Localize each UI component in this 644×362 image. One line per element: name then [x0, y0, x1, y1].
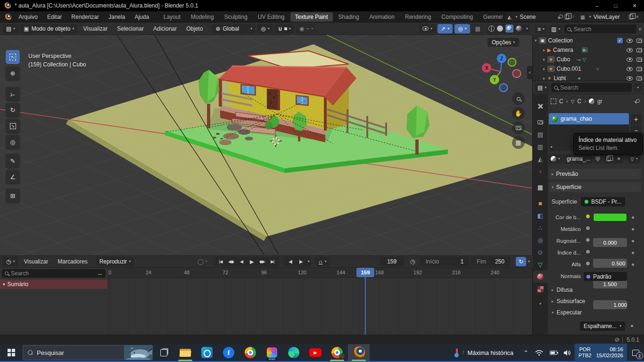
tool-add-cube[interactable]: ⊞	[6, 189, 20, 203]
animate-dot[interactable]	[632, 240, 634, 242]
playhead-frame-badge[interactable]: 159	[356, 268, 374, 277]
sidebar-collapse-handle[interactable]: <	[527, 66, 533, 79]
frame-start-field[interactable]: Início1	[420, 257, 469, 266]
playhead-line[interactable]	[365, 277, 366, 335]
tab-object[interactable]: ■	[533, 197, 548, 209]
tool-move[interactable]: ↔↕	[6, 87, 20, 101]
app-chrome-profile[interactable]	[326, 344, 348, 361]
shader-button[interactable]: BSDF - Pr...	[581, 197, 625, 206]
timeline-menu-marcadores[interactable]: Marcadores	[54, 257, 91, 266]
battery-icon[interactable]	[550, 351, 557, 355]
app-chrome[interactable]	[239, 344, 261, 361]
properties-options-button[interactable]: ▾	[634, 83, 642, 92]
roughness-slider[interactable]: 0.500	[593, 259, 627, 268]
pan-button[interactable]: ✋	[512, 107, 525, 120]
material-browse-button[interactable]: ▾	[549, 154, 562, 164]
hide-eye-icon[interactable]	[627, 39, 633, 43]
alpha-slider[interactable]: 1.000	[593, 300, 627, 309]
menu-editar[interactable]: Editar	[43, 12, 66, 22]
disclosure-icon[interactable]: ▸	[543, 48, 545, 52]
render-camera-icon[interactable]	[636, 67, 642, 71]
tab-physics[interactable]: ◎	[533, 234, 548, 246]
menu-renderizar[interactable]: Renderizar	[67, 12, 103, 22]
frame-end-field[interactable]: Fim250	[471, 257, 510, 266]
tool-annotate[interactable]: ✎	[6, 154, 20, 168]
timeline-search[interactable]: Search↔	[2, 269, 106, 278]
timeline-ruler[interactable]: 0 24 48 72 96 120 144 168 192 216 240	[107, 268, 533, 278]
camera-view-button[interactable]	[512, 122, 525, 134]
xray-toggle[interactable]: ▩	[472, 24, 484, 33]
tab-output[interactable]: ▤	[533, 128, 548, 140]
animate-dot[interactable]	[631, 325, 633, 327]
zoom-button[interactable]	[512, 92, 525, 105]
gizmos-toggle[interactable]: ↗▾	[438, 24, 453, 33]
next-keyframe-button[interactable]: ◆▶	[257, 257, 267, 266]
editor-type-button[interactable]: ▤▾	[3, 24, 18, 33]
tab-geometry-nodes[interactable]: Geomet	[479, 12, 503, 22]
outliner-row-cubo[interactable]: ▸ ▼ Cubo ↝ ▽	[533, 55, 644, 64]
app-youtube[interactable]: ▶	[305, 344, 326, 361]
menu-arquivo[interactable]: Arquivo	[14, 12, 42, 22]
menu-ajuda[interactable]: Ajuda	[130, 12, 153, 22]
properties-type-button[interactable]: ▤▾	[535, 83, 549, 92]
crumb-object[interactable]: C	[559, 98, 563, 105]
maximize-button[interactable]: □	[606, 0, 625, 11]
app-m365-copilot[interactable]: M365	[261, 344, 283, 361]
tab-texture-paint[interactable]: Texture Paint	[290, 12, 333, 22]
menu-visualizar[interactable]: Visualizar	[79, 25, 111, 33]
timeline-editor[interactable]: 0 24 48 72 96 120 144 168 192 216 240 Se…	[0, 268, 533, 335]
app-edge[interactable]	[283, 344, 305, 361]
menu-objeto[interactable]: Objeto	[182, 25, 206, 33]
outliner-row-collection[interactable]: ▾ ▣ Collection ✓	[533, 36, 644, 45]
crumb-material[interactable]: gr	[597, 98, 603, 105]
tabs-overflow[interactable]: ▾	[533, 298, 548, 310]
weather-text[interactable]: Máxima histórica	[467, 349, 513, 356]
espalhamento-dropdown[interactable]: Espalhame...▾	[580, 321, 625, 331]
jump-start-button[interactable]: |◀	[215, 257, 226, 266]
tab-layout[interactable]: Layout	[159, 12, 185, 22]
material-slot-selected[interactable]: grama_chao	[549, 113, 629, 124]
solid-shading-icon[interactable]	[497, 25, 503, 32]
animate-dot[interactable]	[632, 228, 634, 230]
unlink-material-button[interactable]: ×	[614, 154, 623, 164]
tool-transform[interactable]: ◎	[6, 135, 20, 149]
link-mode-button[interactable]: ▽▾	[628, 154, 640, 164]
tab-animation[interactable]: Animation	[365, 12, 399, 22]
render-camera-icon[interactable]	[636, 39, 642, 43]
mode-dropdown[interactable]: ▣Modo de objeto▾	[20, 24, 77, 33]
disclosure-icon[interactable]: ▾	[535, 38, 537, 43]
base-color-swatch[interactable]	[593, 213, 627, 222]
minimize-button[interactable]: –	[587, 0, 606, 11]
language-indicator[interactable]: POR PTB2	[578, 346, 592, 359]
outliner-row-cubo-001[interactable]: ▸ ▼ Cubo.001 ⑂	[533, 64, 644, 74]
new-material-button[interactable]	[603, 154, 613, 164]
outliner-row-camera[interactable]: ▸ ▶ Camera ▶	[533, 45, 644, 55]
viewlayer-selector[interactable]: ▥ ▾ ViewLayer ×	[578, 12, 641, 22]
render-camera-icon[interactable]	[636, 76, 642, 81]
ortho-toggle-button[interactable]: ▦	[512, 136, 525, 149]
list-grip-icon[interactable]: ▸	[551, 144, 553, 149]
material-name-field[interactable]: grama_...	[563, 154, 592, 164]
play-reverse-button[interactable]: ◀	[236, 257, 247, 266]
menu-selecionar[interactable]: Selecionar	[113, 25, 148, 33]
rendered-shading-icon[interactable]	[516, 25, 522, 32]
tool-cursor[interactable]: ⊕	[6, 66, 20, 80]
axis-y-neg-handle[interactable]	[508, 58, 516, 66]
summary-channel[interactable]: ▾ Sumário	[0, 280, 107, 289]
tab-compositing[interactable]: Compositing	[437, 12, 478, 22]
disclosure-icon[interactable]: ▸	[543, 76, 545, 81]
render-camera-icon[interactable]	[636, 58, 642, 62]
tray-locale-clock[interactable]: POR PTB2 08:16 15/02/2026	[575, 344, 627, 362]
tab-modeling[interactable]: Modeling	[186, 12, 219, 22]
disclosure-icon[interactable]: ▸	[543, 57, 545, 62]
crumb-data[interactable]: C	[577, 98, 581, 105]
render-camera-icon[interactable]	[636, 48, 642, 52]
display-mode-button[interactable]: ▥▾	[549, 25, 562, 33]
hide-eye-icon[interactable]	[627, 76, 633, 81]
panel-subsurface[interactable]: ▸Subsurface	[552, 298, 585, 304]
close-button[interactable]: ✕	[625, 0, 644, 11]
normals-dropdown[interactable]: Padrão	[584, 272, 627, 281]
scene-name[interactable]: Scene	[520, 14, 555, 20]
jump-end-button[interactable]: ▶|	[267, 257, 278, 266]
menu-adicionar[interactable]: Adicionar	[149, 25, 181, 33]
